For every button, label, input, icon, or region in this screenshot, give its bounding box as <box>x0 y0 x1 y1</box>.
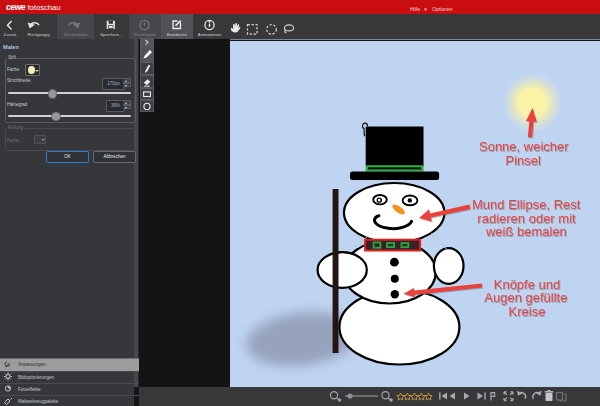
svg-text:Sonne, weicher: Sonne, weicher <box>479 138 569 153</box>
svg-text:Kreise: Kreise <box>509 304 546 319</box>
svg-text:Pinsel: Pinsel <box>505 152 541 167</box>
svg-text:weiß bemalen: weiß bemalen <box>485 224 567 239</box>
